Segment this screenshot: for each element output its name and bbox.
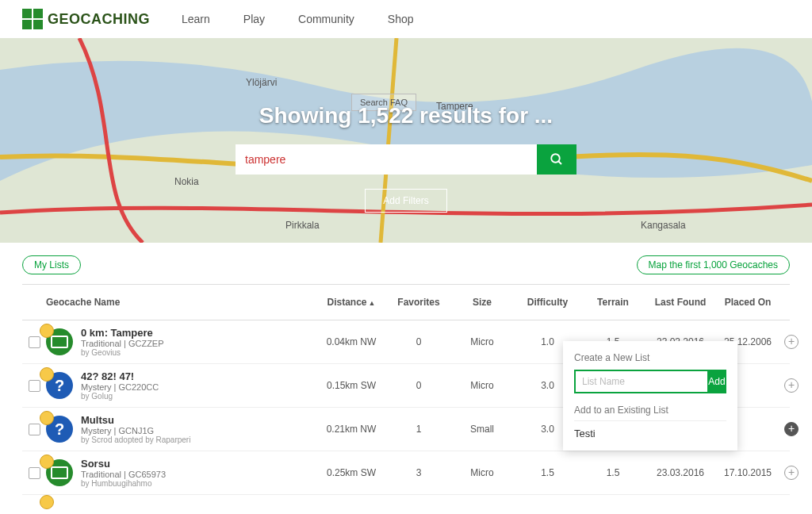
mystery-cache-icon: ? — [46, 372, 73, 399]
row-checkbox[interactable] — [29, 380, 40, 392]
col-difficulty[interactable]: Difficulty — [514, 297, 581, 308]
results-heading: Showing 1,522 results for ... — [259, 103, 553, 128]
svg-point-6 — [551, 154, 560, 163]
search-button[interactable] — [537, 144, 576, 175]
found-smiley-icon — [40, 495, 54, 509]
table-row: Sorsu Traditional | GC65973 by Humbuugih… — [22, 451, 790, 495]
existing-list-title: Add to an Existing List — [574, 405, 726, 421]
cache-title[interactable]: 42? 82! 47! — [81, 370, 159, 382]
col-size[interactable]: Size — [450, 297, 514, 308]
cache-title[interactable]: Sorsu — [81, 458, 166, 470]
cache-title[interactable]: Multsu — [81, 414, 190, 426]
add-to-list-button[interactable]: + — [784, 422, 799, 436]
row-checkbox[interactable] — [29, 424, 40, 435]
my-lists-button[interactable]: My Lists — [22, 255, 81, 274]
cache-subtitle: Traditional | GCZZEP — [81, 339, 164, 348]
cell-favorites: 0 — [387, 380, 450, 391]
svg-line-7 — [558, 161, 561, 164]
cache-owner: by Humbuugihahmo — [81, 479, 166, 488]
svg-text:Kangasala: Kangasala — [641, 220, 686, 231]
nav-shop[interactable]: Shop — [388, 13, 414, 25]
map-first-button[interactable]: Map the first 1,000 Geocaches — [637, 255, 790, 274]
found-smiley-icon — [40, 411, 54, 425]
cache-owner: by Golug — [81, 392, 159, 401]
nav-play[interactable]: Play — [243, 13, 265, 25]
found-smiley-icon — [40, 367, 54, 382]
cache-owner: by Geovius — [81, 348, 164, 357]
cell-favorites: 0 — [387, 336, 450, 347]
col-favorites[interactable]: Favorites — [387, 297, 450, 308]
add-to-list-button[interactable]: + — [784, 335, 799, 349]
cell-distance: 0.04km NW — [316, 336, 387, 347]
mystery-cache-icon: ? — [46, 416, 73, 443]
cache-subtitle: Mystery | GCNJ1G — [81, 426, 190, 435]
cell-terrain: 1.5 — [581, 467, 645, 478]
cache-subtitle: Mystery | GC220CC — [81, 382, 159, 392]
add-filters-button[interactable]: Add Filters — [365, 189, 446, 213]
add-list-button[interactable]: Add — [707, 370, 726, 393]
cell-size: Small — [450, 424, 514, 435]
nav-learn[interactable]: Learn — [182, 13, 210, 25]
cell-placed: 17.10.2015 — [716, 467, 779, 478]
traditional-cache-icon — [46, 459, 73, 486]
search-input[interactable] — [236, 144, 537, 175]
sort-asc-icon: ▲ — [369, 299, 376, 307]
search-icon — [550, 152, 564, 167]
table-header: Geocache Name Distance▲ Favorites Size D… — [22, 284, 790, 320]
main-nav: Learn Play Community Shop — [182, 13, 414, 25]
cell-favorites: 1 — [387, 424, 450, 435]
cell-size: Micro — [450, 467, 514, 478]
svg-text:Ylöjärvi: Ylöjärvi — [246, 77, 277, 88]
cell-distance: 0.15km SW — [316, 380, 387, 391]
create-list-title: Create a New List — [574, 352, 726, 363]
main-header: GEOCACHING Learn Play Community Shop — [0, 0, 812, 38]
search-row — [236, 144, 576, 175]
found-smiley-icon — [40, 324, 54, 338]
cell-lastfound: 23.03.2016 — [645, 467, 716, 478]
add-to-list-button[interactable]: + — [784, 466, 799, 480]
add-to-list-popover: Create a New List Add Add to an Existing… — [563, 341, 737, 451]
col-placed[interactable]: Placed On — [716, 297, 779, 308]
cell-difficulty: 1.5 — [514, 467, 581, 478]
existing-list-item[interactable]: Testi — [574, 428, 726, 439]
col-lastfound[interactable]: Last Found — [645, 297, 716, 308]
row-checkbox[interactable] — [29, 467, 40, 479]
cell-distance: 0.21km NW — [316, 424, 387, 435]
cell-size: Micro — [450, 336, 514, 347]
cache-subtitle: Traditional | GC65973 — [81, 470, 166, 479]
found-smiley-icon — [40, 455, 54, 469]
cell-favorites: 3 — [387, 467, 450, 478]
list-name-input[interactable] — [574, 370, 707, 393]
cell-size: Micro — [450, 380, 514, 391]
row-checkbox[interactable] — [29, 336, 40, 348]
logo[interactable]: GEOCACHING — [22, 9, 150, 29]
hero-search-banner: Ylöjärvi Nokia Pirkkala Kangasala Tamper… — [0, 38, 812, 243]
col-terrain[interactable]: Terrain — [581, 297, 645, 308]
cache-title[interactable]: 0 km: Tampere — [81, 327, 164, 339]
traditional-cache-icon — [46, 328, 73, 355]
col-distance[interactable]: Distance▲ — [316, 297, 387, 308]
svg-text:Nokia: Nokia — [174, 176, 199, 187]
add-to-list-button[interactable]: + — [784, 378, 799, 393]
svg-text:Pirkkala: Pirkkala — [285, 220, 320, 231]
cache-owner: by Scrod adopted by Raparperi — [81, 435, 190, 444]
partial-row — [0, 500, 812, 514]
results-toolbar: My Lists Map the first 1,000 Geocaches — [0, 243, 812, 284]
nav-community[interactable]: Community — [298, 13, 354, 25]
col-name[interactable]: Geocache Name — [46, 297, 316, 308]
logo-icon — [22, 9, 43, 29]
cell-distance: 0.25km SW — [316, 467, 387, 478]
logo-text: GEOCACHING — [48, 11, 150, 28]
